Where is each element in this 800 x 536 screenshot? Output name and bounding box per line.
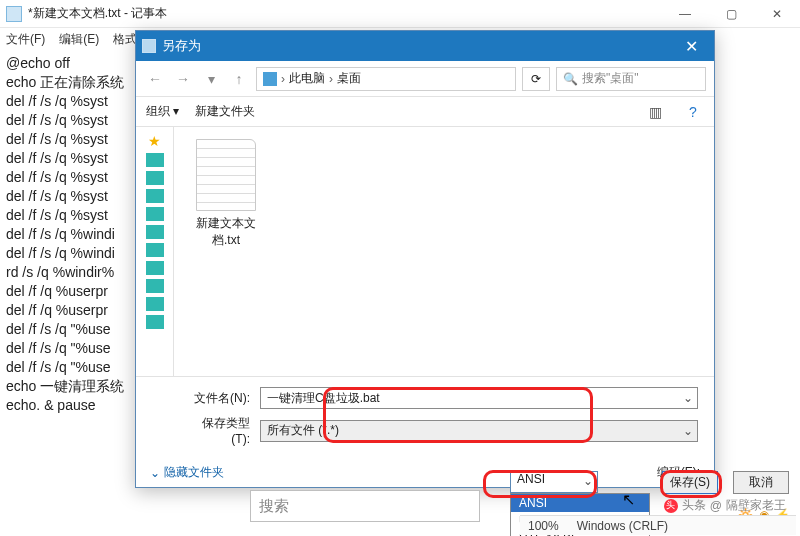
places-sidebar[interactable]: ★ — [136, 127, 174, 376]
place-item[interactable] — [146, 189, 164, 203]
new-folder-button[interactable]: 新建文件夹 — [195, 103, 255, 120]
chevron-down-icon[interactable]: ⌄ — [583, 474, 593, 488]
recent-dropdown[interactable]: ▾ — [200, 71, 222, 87]
chevron-down-icon[interactable]: ⌄ — [683, 424, 693, 438]
chevron-down-icon: ⌄ — [150, 466, 160, 480]
place-item[interactable] — [146, 261, 164, 275]
filetype-select[interactable]: 所有文件 (*.*)⌄ — [260, 420, 698, 442]
encoding-value: ANSI — [511, 472, 545, 486]
breadcrumb[interactable]: › 此电脑 › 桌面 — [256, 67, 516, 91]
place-item[interactable] — [146, 279, 164, 293]
menu-edit[interactable]: 编辑(E) — [59, 31, 99, 48]
txt-file-icon — [196, 139, 256, 211]
search-placeholder: 搜索 — [259, 497, 289, 516]
watermark: 头头条@隔壁家老王 — [664, 497, 786, 514]
place-item[interactable] — [146, 171, 164, 185]
pc-icon — [263, 72, 277, 86]
crumb-pc[interactable]: 此电脑 — [289, 70, 325, 87]
filetype-label: 保存类型(T): — [188, 415, 250, 446]
toutiao-logo-icon: 头 — [664, 499, 678, 513]
cancel-button[interactable]: 取消 — [733, 471, 789, 494]
hide-folders-link[interactable]: ⌄隐藏文件夹 — [150, 464, 224, 481]
place-item[interactable] — [146, 315, 164, 329]
dialog-icon — [142, 39, 156, 53]
refresh-button[interactable]: ⟳ — [522, 67, 550, 91]
place-item[interactable] — [146, 225, 164, 239]
search-placeholder: 搜索"桌面" — [582, 70, 639, 87]
status-eol: Windows (CRLF) — [577, 519, 668, 533]
place-item[interactable] — [146, 153, 164, 167]
close-button[interactable]: ✕ — [754, 0, 800, 28]
dialog-title: 另存为 — [162, 37, 201, 55]
taskbar-search[interactable]: 搜索 — [250, 490, 480, 522]
mouse-cursor: ↖ — [622, 490, 635, 509]
help-button[interactable]: ? — [682, 104, 704, 120]
window-title: *新建文本文档.txt - 记事本 — [28, 5, 167, 22]
maximize-button[interactable]: ▢ — [708, 0, 754, 28]
file-item[interactable]: 新建文本文档.txt — [186, 139, 266, 249]
filetype-value: 所有文件 (*.*) — [267, 422, 339, 439]
up-button[interactable]: ↑ — [228, 71, 250, 87]
notepad-icon — [6, 6, 22, 22]
status-bar: 100% Windows (CRLF) — [520, 515, 796, 535]
chevron-down-icon[interactable]: ⌄ — [683, 391, 693, 405]
file-name: 新建文本文档.txt — [186, 215, 266, 249]
forward-button[interactable]: → — [172, 71, 194, 87]
place-item[interactable] — [146, 243, 164, 257]
back-button[interactable]: ← — [144, 71, 166, 87]
place-item[interactable] — [146, 207, 164, 221]
filename-value: 一键清理C盘垃圾.bat — [267, 390, 380, 407]
menu-file[interactable]: 文件(F) — [6, 31, 45, 48]
save-as-dialog: 另存为 ✕ ← → ▾ ↑ › 此电脑 › 桌面 ⟳ 🔍 搜索"桌面" 组织 ▾… — [135, 30, 715, 488]
encoding-select[interactable]: ANSI ⌄ — [510, 471, 598, 493]
favorites-icon[interactable]: ★ — [148, 133, 161, 149]
search-input[interactable]: 🔍 搜索"桌面" — [556, 67, 706, 91]
filename-input[interactable]: 一键清理C盘垃圾.bat⌄ — [260, 387, 698, 409]
save-button[interactable]: 保存(S) — [662, 471, 718, 494]
minimize-button[interactable]: — — [662, 0, 708, 28]
place-item[interactable] — [146, 297, 164, 311]
status-zoom: 100% — [528, 519, 559, 533]
view-button[interactable]: ▥ — [644, 104, 666, 120]
search-icon: 🔍 — [563, 72, 578, 86]
dialog-close-button[interactable]: ✕ — [675, 37, 708, 56]
organize-button[interactable]: 组织 ▾ — [146, 103, 179, 120]
filename-label: 文件名(N): — [188, 390, 250, 407]
crumb-desktop[interactable]: 桌面 — [337, 70, 361, 87]
